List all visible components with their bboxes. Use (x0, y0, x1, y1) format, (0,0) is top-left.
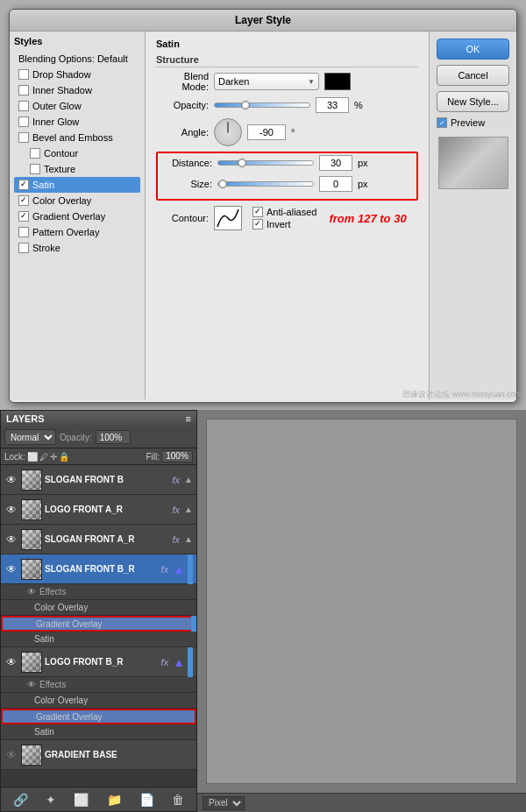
effects-text-slogan-br: Effects (39, 587, 66, 597)
pattern-overlay-checkbox[interactable] (18, 227, 29, 237)
style-texture[interactable]: Texture (14, 161, 140, 177)
opacity-thumb[interactable] (241, 101, 250, 109)
sub-color-overlay-slogan-br[interactable]: Color Overlay (1, 600, 196, 616)
contour-preview[interactable] (214, 206, 242, 230)
layers-panel-menu-icon[interactable]: ≡ (186, 413, 191, 424)
new-style-button[interactable]: New Style... (437, 91, 509, 112)
style-gradient-overlay[interactable]: Gradient Overlay (14, 208, 140, 224)
visibility-icon-logo-front-br[interactable]: 👁 (4, 655, 18, 669)
sub-gradient-overlay-logo-br[interactable]: Gradient Overlay (1, 709, 196, 724)
style-color-overlay[interactable]: Color Overlay (14, 193, 140, 208)
size-input[interactable]: 0 (319, 176, 352, 192)
bevel-emboss-checkbox[interactable] (18, 132, 29, 143)
distance-slider[interactable] (217, 160, 314, 166)
blue-bar-gradient-overlay-br (191, 616, 196, 632)
new-layer-icon[interactable]: 📄 (139, 793, 154, 807)
anti-aliased-row: Anti-aliased (252, 207, 316, 217)
distance-thumb[interactable] (238, 159, 246, 167)
style-satin[interactable]: Satin (14, 177, 140, 193)
inner-glow-checkbox[interactable] (18, 117, 29, 127)
link-layers-icon[interactable]: 🔗 (13, 793, 28, 807)
delete-layer-icon[interactable]: 🗑 (172, 793, 184, 807)
sub-satin-slogan-br[interactable]: Satin (1, 632, 196, 647)
style-stroke[interactable]: Stroke (14, 240, 140, 256)
visibility-icon-slogan-front-br[interactable]: 👁 (4, 562, 18, 576)
blend-mode-color-swatch[interactable] (324, 73, 351, 90)
add-mask-icon[interactable]: ⬜ (74, 793, 89, 807)
preview-thumbnail (438, 137, 508, 189)
color-overlay-checkbox[interactable] (18, 195, 29, 206)
visibility-icon-slogan-front-ar[interactable]: 👁 (4, 533, 18, 547)
style-pattern-overlay[interactable]: Pattern Overlay (14, 224, 140, 240)
layers-titlebar: LAYERS ≡ (1, 411, 196, 427)
lock-move-icon[interactable]: ✛ (50, 452, 57, 462)
anti-aliased-checkbox[interactable] (252, 207, 263, 217)
opacity-toolbar-value[interactable]: 100% (96, 430, 131, 444)
ok-button[interactable]: OK (437, 39, 509, 60)
layer-logo-front-br[interactable]: 👁 LOGO FRONT B_R fx ▲ (1, 647, 196, 677)
inner-shadow-checkbox[interactable] (18, 85, 29, 95)
outer-glow-checkbox[interactable] (18, 101, 29, 111)
add-style-icon[interactable]: ✦ (46, 793, 56, 807)
opacity-slider[interactable] (214, 102, 310, 108)
bevel-emboss-label: Bevel and Emboss (32, 132, 113, 143)
angle-dial[interactable] (214, 118, 242, 146)
fx-badge-logo-front-ar: fx (173, 505, 181, 515)
new-group-icon[interactable]: 📁 (107, 793, 122, 807)
contour-checkbox[interactable] (30, 148, 40, 159)
expand-arrow-slogan-front-br[interactable]: ▲ (173, 562, 185, 576)
invert-checkbox[interactable] (252, 219, 263, 229)
preview-checkbox[interactable]: ✓ (437, 117, 447, 128)
lock-all-icon[interactable]: 🔒 (59, 452, 69, 462)
texture-checkbox[interactable] (30, 164, 40, 174)
lock-transparency-icon[interactable]: ⬜ (27, 452, 38, 462)
scroll-arrow-logo-front-ar[interactable]: ▲ (184, 505, 193, 514)
cancel-button[interactable]: Cancel (437, 65, 509, 86)
effects-eye-icon-logo-br[interactable]: 👁 (27, 680, 36, 689)
angle-label: Angle: (156, 127, 209, 138)
satin-checkbox[interactable] (18, 180, 29, 190)
lock-paint-icon[interactable]: 🖊 (39, 452, 48, 462)
angle-input[interactable]: -90 (247, 124, 286, 140)
layer-slogan-front-br[interactable]: 👁 SLOGAN FRONT B_R fx ▲ (1, 554, 196, 584)
sub-satin-label-slogan-br: Satin (34, 634, 54, 644)
style-bevel-emboss[interactable]: Bevel and Emboss (14, 130, 140, 145)
layer-thumb-gradient-base (21, 745, 42, 766)
size-slider[interactable] (217, 181, 314, 187)
expand-arrow-logo-front-br[interactable]: ▲ (173, 655, 185, 669)
style-inner-shadow[interactable]: Inner Shadow (14, 82, 140, 98)
pixel-select[interactable]: Pixel (203, 796, 245, 810)
visibility-icon-gradient-base[interactable]: 👁 (4, 748, 18, 762)
distance-input[interactable]: 30 (319, 155, 352, 171)
style-blending-options[interactable]: Blending Options: Default (14, 51, 140, 67)
sub-gradient-overlay-slogan-br[interactable]: Gradient Overlay (1, 616, 196, 632)
layer-gradient-base[interactable]: 👁 GRADIENT BASE (1, 740, 196, 770)
style-outer-glow[interactable]: Outer Glow (14, 98, 140, 114)
layer-slogan-front-b[interactable]: 👁 SLOGAN FRONT B fx ▲ (1, 465, 196, 495)
style-contour[interactable]: Contour (14, 145, 140, 161)
fill-input[interactable]: 100% (161, 450, 193, 462)
visibility-icon-logo-front-ar[interactable]: 👁 (4, 503, 18, 517)
opacity-input[interactable]: 33 (316, 97, 349, 113)
blend-mode-select[interactable]: Darken ▼ (214, 73, 319, 90)
fx-badge-slogan-front-b: fx (173, 475, 181, 485)
satin-options-panel: Satin Structure Blend Mode: Darken ▼ Opa… (146, 32, 429, 399)
scroll-arrow-slogan-front-ar[interactable]: ▲ (184, 534, 193, 544)
distance-label: Distance: (160, 158, 212, 168)
style-drop-shadow[interactable]: Drop Shadow (14, 67, 140, 82)
layer-slogan-front-ar[interactable]: 👁 SLOGAN FRONT A_R fx ▲ (1, 525, 196, 554)
sub-color-overlay-logo-br[interactable]: Color Overlay (1, 693, 196, 709)
sub-satin-logo-br[interactable]: Satin (1, 724, 196, 740)
effects-eye-icon[interactable]: 👁 (27, 587, 36, 597)
layer-name-slogan-front-b: SLOGAN FRONT B (45, 475, 170, 484)
gradient-overlay-checkbox[interactable] (18, 211, 29, 222)
blend-mode-dropdown[interactable]: Normal (4, 429, 56, 445)
scroll-arrow-slogan-front-b[interactable]: ▲ (184, 475, 193, 484)
drop-shadow-checkbox[interactable] (18, 69, 29, 80)
stroke-checkbox[interactable] (18, 243, 29, 253)
layer-logo-front-ar[interactable]: 👁 LOGO FRONT A_R fx ▲ (1, 495, 196, 525)
size-thumb[interactable] (218, 180, 227, 188)
style-inner-glow[interactable]: Inner Glow (14, 114, 140, 130)
visibility-icon-slogan-front-b[interactable]: 👁 (4, 473, 18, 487)
distance-unit: px (358, 158, 368, 168)
